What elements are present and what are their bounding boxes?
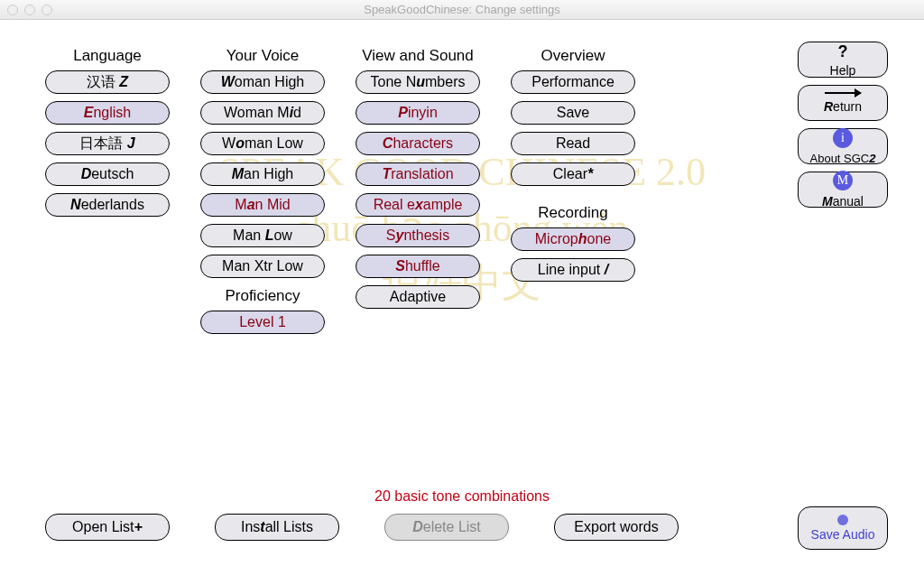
view-tone-numbers[interactable]: Tone Numbers [356,70,480,94]
save-audio-button[interactable]: Save Audio [798,506,888,550]
voice-woman-high[interactable]: Woman High [200,70,325,94]
voice-column: Your Voice Woman High Woman Mid Woman Lo… [200,47,325,341]
language-dutch[interactable]: Nederlands [45,193,170,217]
view-sound-heading: View and Sound [362,47,474,65]
recording-heading: Recording [538,204,608,222]
view-pinyin[interactable]: Pinyin [356,101,480,125]
voice-man-mid[interactable]: Man Mid [200,193,325,217]
proficiency-level[interactable]: Level 1 [200,311,325,334]
voice-heading: Your Voice [226,47,300,65]
export-words-button[interactable]: Export words [554,514,679,541]
help-button[interactable]: ? Help [798,42,888,78]
voice-man-xtr-low[interactable]: Man Xtr Low [200,255,325,278]
language-english[interactable]: English [45,101,170,125]
view-synthesis[interactable]: Synthesis [356,224,480,247]
voice-woman-mid[interactable]: Woman Mid [200,101,325,125]
voice-man-low[interactable]: Man Low [200,224,325,247]
view-adaptive[interactable]: Adaptive [356,285,480,309]
view-characters[interactable]: Characters [356,132,480,155]
window-title: SpeakGoodChinese: Change settings [0,3,924,16]
language-german[interactable]: Deutsch [45,162,170,186]
delete-list-button: Delete List [384,514,509,541]
manual-icon: M [833,171,853,190]
open-list-button[interactable]: Open List+ [45,514,170,541]
about-button[interactable]: i About SGC2 [798,128,888,164]
overview-performance[interactable]: Performance [511,70,635,94]
overview-column: Overview Performance Save Read Clear* Re… [511,47,635,341]
question-icon: ? [837,42,847,61]
arrow-right-icon [825,92,861,94]
info-icon: i [833,128,853,148]
language-heading: Language [73,47,142,65]
install-lists-button[interactable]: Install Lists [215,514,339,541]
language-japanese[interactable]: 日本語 J [45,132,170,155]
language-column: Language 汉语 Z English 日本語 J Deutsch Nede… [45,47,170,341]
overview-read[interactable]: Read [511,132,635,155]
view-shuffle[interactable]: Shuffle [356,255,480,278]
overview-heading: Overview [541,47,605,65]
view-translation[interactable]: Translation [356,162,480,186]
record-dot-icon [837,515,848,525]
view-real-example[interactable]: Real example [356,193,480,217]
recording-microphone[interactable]: Microphone [511,227,635,251]
voice-man-high[interactable]: Man High [200,162,325,186]
proficiency-heading: Proficiency [225,287,300,305]
return-button[interactable]: Return [798,85,888,121]
view-sound-column: View and Sound Tone Numbers Pinyin Chara… [356,47,480,341]
manual-button[interactable]: M Manual [798,172,888,208]
overview-clear[interactable]: Clear* [511,162,635,186]
language-chinese[interactable]: 汉语 Z [45,70,170,94]
status-text: 20 basic tone combinations [0,488,924,505]
recording-line-input[interactable]: Line input / [511,258,635,282]
overview-save[interactable]: Save [511,101,635,125]
voice-woman-low[interactable]: Woman Low [200,132,325,155]
side-column: ? Help Return i About SGC2 M Manu [798,47,888,341]
